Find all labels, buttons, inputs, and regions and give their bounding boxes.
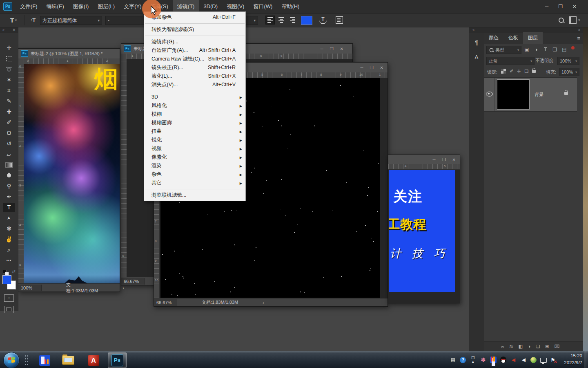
taskbar-autocad[interactable]: A (84, 352, 103, 368)
delete-layer-icon[interactable]: ⌧ (555, 344, 560, 349)
filter-menu-item-render[interactable]: 渲染 ▶ (144, 162, 245, 170)
filter-menu-item-distort[interactable]: 扭曲 ▶ (144, 127, 245, 136)
filter-menu-item-pixelate[interactable]: 像素化 ▶ (144, 153, 245, 162)
tab-color[interactable]: 颜色 (484, 32, 503, 44)
filter-menu-item-vanishing-point[interactable]: 消失点(V)... Alt+Ctrl+V (144, 81, 245, 89)
layer-thumbnail[interactable] (497, 79, 530, 110)
network-tray-icon[interactable] (540, 358, 547, 363)
character-panel-icon[interactable]: A (472, 52, 481, 62)
quick-selection-tool[interactable]: ✶ (3, 75, 15, 84)
show-desktop-button[interactable] (584, 351, 588, 368)
filter-menu-item-other[interactable]: 其它 ▶ (144, 179, 245, 187)
window-title-bar[interactable]: ─ ❐ ✕ (388, 155, 460, 164)
move-tool[interactable]: ✛ (3, 43, 15, 52)
adjustment-layer-icon[interactable]: ◑ (528, 344, 531, 349)
menu-layer[interactable]: 图层(L) (93, 0, 119, 13)
zoom-level[interactable]: 66.67% (121, 278, 145, 285)
layer-row-background[interactable]: 背景 (484, 77, 577, 112)
help-tray-icon[interactable]: ? (460, 357, 466, 363)
tab-swatches[interactable]: 色板 (503, 32, 523, 44)
filter-menu-item-stylize[interactable]: 风格化 ▶ (144, 101, 245, 110)
hand-tool[interactable]: ✌ (3, 235, 15, 244)
window-title-bar[interactable]: Ps 未标题-2 @ 100% (图层 1, RGB/8) * (18, 49, 120, 59)
taskbar-explorer[interactable] (59, 352, 78, 368)
maximize-icon[interactable]: ❐ (442, 157, 446, 162)
taskbar-photoshop[interactable]: Ps (108, 352, 127, 368)
lock-artboard-icon[interactable]: ❏ (524, 69, 528, 74)
fill-input[interactable]: 100% ▾ (559, 68, 579, 76)
menu-edit[interactable]: 编辑(E) (42, 0, 69, 13)
taskbar-clock[interactable]: 15:20 2022/9/7 (564, 352, 582, 366)
history-brush-tool[interactable]: ↺ (3, 139, 15, 148)
filter-toggle-indicator[interactable] (571, 46, 575, 49)
start-button[interactable] (3, 352, 20, 368)
close-panel-icon[interactable]: ✕ (12, 28, 16, 32)
align-center-button[interactable] (276, 16, 286, 25)
new-layer-icon[interactable]: ⊞ (545, 344, 549, 349)
dodge-tool[interactable]: ⚲ (3, 182, 15, 191)
video-tray-icon[interactable] (490, 357, 497, 363)
layer-name[interactable]: 背景 (535, 92, 543, 98)
search-icon[interactable] (559, 15, 564, 25)
filter-menu-item-adaptive-wide-angle[interactable]: 自适应广角(A)... Alt+Shift+Ctrl+A (144, 46, 245, 55)
qq-tray-icon[interactable] (500, 357, 506, 363)
eraser-tool[interactable]: ▱ (3, 150, 15, 159)
document-window-4[interactable]: ─ ❐ ✕ 45 关注 工教程 计 技 巧 (388, 155, 460, 303)
maximize-icon[interactable]: ❐ (370, 65, 374, 70)
clone-stamp-tool[interactable]: Ω (3, 128, 15, 137)
minimize-icon[interactable]: ─ (361, 65, 363, 70)
crop-tool[interactable]: ⌗ (3, 86, 15, 95)
layer-group-icon[interactable]: ❏ (536, 344, 540, 349)
canvas-4-blue[interactable]: 关注 工教程 计 技 巧 (389, 170, 455, 292)
status-chevron-icon[interactable]: › (122, 285, 124, 290)
blur-tool[interactable] (3, 171, 15, 180)
maximize-icon[interactable]: ❐ (330, 47, 334, 51)
filter-menu-item-blur[interactable]: 模糊 ▶ (144, 110, 245, 119)
menu-window[interactable]: 窗口(W) (249, 0, 277, 13)
layer-visibility-eye-icon[interactable] (486, 92, 493, 96)
lasso-tool[interactable]: ➰ (3, 65, 15, 74)
quick-mask-button[interactable]: ◌ (4, 294, 14, 302)
filter-shape-layers-icon[interactable]: ❏ (551, 46, 559, 53)
align-left-button[interactable] (265, 16, 275, 25)
zoom-level[interactable]: 100% (18, 285, 42, 291)
workspace-switcher-icon[interactable] (569, 16, 577, 24)
filter-menu-item-sharpen[interactable]: 锐化 ▶ (144, 136, 245, 144)
path-selection-tool[interactable]: ➤ (3, 213, 15, 222)
filter-pixel-layers-icon[interactable]: ▣ (523, 46, 530, 53)
layer-mask-icon[interactable]: ◧ (518, 344, 522, 349)
close-icon[interactable]: ✕ (452, 157, 456, 162)
layer-effects-icon[interactable]: fx (510, 344, 513, 349)
link-layers-icon[interactable]: ∞ (501, 344, 504, 349)
document-window-1[interactable]: Ps 未标题-2 @ 100% (图层 1, RGB/8) * 012 0123… (18, 48, 120, 292)
lock-pixels-icon[interactable]: ✐ (510, 69, 513, 74)
app-ball-tray-icon[interactable] (530, 357, 537, 363)
collapse-panel-icon[interactable]: » (2, 28, 4, 32)
status-chevron-icon[interactable]: › (263, 300, 264, 305)
layer-filter-select[interactable]: 类型 ▾ (486, 46, 521, 54)
keyboard-tray-icon[interactable]: ▤ (450, 357, 456, 363)
panel-menu-icon[interactable]: ≡ (574, 33, 584, 44)
lock-transparency-icon[interactable] (501, 69, 506, 74)
warp-text-icon[interactable]: T (319, 16, 327, 24)
zoom-tool[interactable]: ⌕ (3, 245, 15, 254)
type-tool[interactable]: T (3, 203, 15, 212)
tray-expand-icon[interactable]: ❐ ▴ (470, 356, 476, 364)
paragraph-panel-icon[interactable]: ¶ (472, 38, 481, 47)
app-close-icon[interactable]: ✕ (572, 4, 577, 9)
filter-menu-item-browse-online[interactable]: 浏览联机滤镜... (144, 191, 245, 200)
font-style-select[interactable]: - ▾ (105, 16, 149, 25)
marquee-tool[interactable] (3, 54, 15, 63)
canvas-1-fireworks[interactable]: 烟 (24, 64, 120, 284)
brush-tool[interactable]: ✐ (3, 118, 15, 127)
lock-position-icon[interactable]: ✛ (517, 69, 521, 74)
filter-menu-item-blur-gallery[interactable]: 模糊画廊 ▶ (144, 119, 245, 127)
text-color-swatch[interactable] (301, 16, 312, 25)
screen-mode-button[interactable] (4, 306, 14, 313)
filter-menu-item-noise[interactable]: 杂色 ▶ (144, 170, 245, 179)
filter-menu-item-lens-correction[interactable]: 镜头校正(R)... Shift+Ctrl+R (144, 63, 245, 72)
action-center-flag-icon[interactable]: ⚑✕ (550, 357, 555, 363)
gradient-tool[interactable] (3, 160, 15, 169)
text-orientation-button[interactable]: ↕ T (29, 15, 38, 25)
blend-mode-select[interactable]: 正常 ▾ (486, 57, 535, 65)
